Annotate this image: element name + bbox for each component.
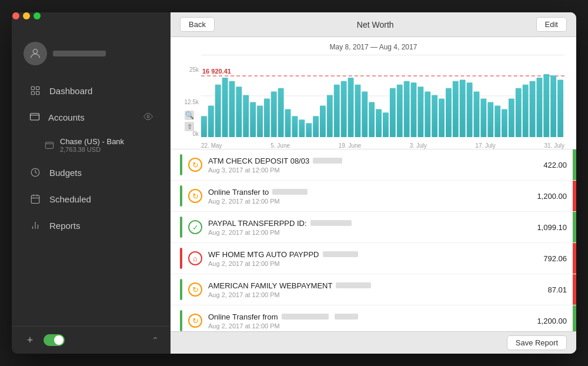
tx-date: Aug 2, 2017 at 12:00 PM xyxy=(208,260,537,267)
table-row[interactable]: ↻ ATM CHECK DEPOSIT 08/03 Aug 3, 2017 at… xyxy=(171,149,576,181)
table-row[interactable]: ✓ PAYPAL TRANSFERPPD ID: Aug 2, 2017 at … xyxy=(171,212,576,243)
sidebar-item-reports[interactable]: Reports xyxy=(16,212,166,238)
svg-rect-23 xyxy=(236,86,242,137)
tx-amount: 1,200.00 xyxy=(537,317,567,325)
eye-icon[interactable] xyxy=(143,112,153,123)
svg-rect-52 xyxy=(439,99,445,138)
sidebar-item-dashboard[interactable]: Dashboard xyxy=(16,78,166,104)
toolbar-title: Net Worth xyxy=(357,20,394,29)
tx-left-indicator xyxy=(180,248,182,269)
redacted-text xyxy=(313,158,342,164)
y-axis-25k: 25k xyxy=(182,66,199,73)
svg-rect-50 xyxy=(425,92,430,137)
table-row[interactable]: ↻ Online Transfer to Aug 2, 2017 at 12:0… xyxy=(171,181,576,212)
tx-amount: 792.06 xyxy=(543,254,567,263)
tx-title-text: WF HOME MTG AUTO PAYPPD xyxy=(208,250,319,259)
scheduled-icon xyxy=(29,193,41,205)
sidebar-item-label: Scheduled xyxy=(49,194,91,204)
svg-rect-56 xyxy=(467,82,473,137)
tx-left-indicator xyxy=(180,185,182,207)
tx-title: Online Transfer to xyxy=(208,188,531,197)
main-content: Back Net Worth Edit May 8, 2017 — Aug 4,… xyxy=(171,12,576,354)
edit-button[interactable]: Edit xyxy=(536,17,567,32)
minimize-button[interactable] xyxy=(23,12,30,19)
tx-title-text: Online Transfer from xyxy=(208,312,278,321)
sidebar-item-accounts[interactable]: Accounts xyxy=(16,104,166,131)
close-button[interactable] xyxy=(12,12,19,19)
svg-rect-11 xyxy=(31,195,39,204)
sidebar-item-budgets[interactable]: Budgets xyxy=(16,159,166,185)
sidebar-item-label: Dashboard xyxy=(49,86,92,96)
tx-date: Aug 2, 2017 at 12:00 PM xyxy=(208,322,531,330)
svg-rect-19 xyxy=(208,105,214,137)
toggle-switch[interactable] xyxy=(44,334,65,346)
tx-right-indicator xyxy=(573,305,576,331)
svg-point-0 xyxy=(33,49,37,54)
tx-right-indicator xyxy=(573,181,576,211)
maximize-button[interactable] xyxy=(34,12,41,19)
transactions-list[interactable]: ↻ ATM CHECK DEPOSIT 08/03 Aug 3, 2017 at… xyxy=(171,149,576,331)
account-name: Chase (US) - Bank xyxy=(60,137,124,146)
table-row[interactable]: ↻ Online Transfer from Aug 2, 2017 at 12… xyxy=(171,305,576,331)
y-axis-125k: 12.5k xyxy=(182,99,199,105)
save-report-bar: Save Report xyxy=(171,331,576,354)
profile-name-redacted xyxy=(53,51,106,56)
svg-rect-69 xyxy=(557,79,563,137)
svg-rect-61 xyxy=(502,109,507,137)
tx-info: Online Transfer to Aug 2, 2017 at 12:00 … xyxy=(208,188,531,205)
svg-rect-53 xyxy=(446,88,452,137)
sidebar-item-label: Reports xyxy=(49,221,81,231)
sidebar-nav: Dashboard Accounts Ch xyxy=(12,77,171,326)
accounts-sub: Chase (US) - Bank 2,763.38 USD xyxy=(12,131,171,159)
tx-left-indicator xyxy=(180,217,182,238)
chevron-up-icon[interactable]: ⌃ xyxy=(152,335,159,345)
account-chase[interactable]: Chase (US) - Bank 2,763.38 USD xyxy=(12,134,171,157)
svg-rect-57 xyxy=(474,92,480,137)
sidebar-bottom-left: + xyxy=(24,334,65,347)
svg-rect-67 xyxy=(543,74,549,137)
tx-left-indicator xyxy=(180,279,182,300)
tx-right-indicator xyxy=(573,149,576,180)
table-row[interactable]: ↻ AMERICAN FAMILY WEBPAYMENT Aug 2, 2017… xyxy=(171,274,576,305)
tx-title: AMERICAN FAMILY WEBPAYMENT xyxy=(208,281,542,290)
budgets-icon xyxy=(29,167,41,178)
add-button[interactable]: + xyxy=(24,334,36,347)
svg-rect-2 xyxy=(36,86,39,89)
svg-rect-46 xyxy=(397,85,403,137)
svg-rect-32 xyxy=(299,119,305,137)
svg-rect-35 xyxy=(320,105,326,137)
tx-title-text: Online Transfer to xyxy=(208,188,269,197)
zoom-in-button[interactable]: 🔍 xyxy=(185,111,194,120)
svg-rect-64 xyxy=(523,85,529,137)
svg-rect-62 xyxy=(509,99,514,138)
svg-rect-66 xyxy=(537,78,543,137)
sidebar-item-scheduled[interactable]: Scheduled xyxy=(16,186,166,212)
svg-rect-68 xyxy=(550,75,556,137)
svg-rect-42 xyxy=(369,102,375,138)
save-report-button[interactable]: Save Report xyxy=(507,335,567,350)
back-button[interactable]: Back xyxy=(180,17,215,32)
account-balance: 2,763.38 USD xyxy=(60,146,124,153)
avatar xyxy=(24,42,47,65)
redacted-text xyxy=(272,189,308,195)
tx-info: PAYPAL TRANSFERPPD ID: Aug 2, 2017 at 12… xyxy=(208,219,531,236)
tx-title-text: PAYPAL TRANSFERPPD ID: xyxy=(208,219,307,228)
svg-rect-37 xyxy=(334,85,340,137)
table-row[interactable]: ⌂ WF HOME MTG AUTO PAYPPD Aug 2, 2017 at… xyxy=(171,243,576,274)
svg-rect-31 xyxy=(292,116,298,137)
svg-rect-60 xyxy=(495,105,500,137)
reports-icon xyxy=(29,219,41,231)
redacted-text xyxy=(282,314,329,320)
pointer-tool-button[interactable]: ⇧ xyxy=(185,122,194,131)
tx-amount: 1,099.10 xyxy=(537,223,567,232)
svg-rect-27 xyxy=(264,99,270,138)
svg-rect-48 xyxy=(411,82,417,137)
tx-status-icon: ↻ xyxy=(188,282,202,297)
svg-rect-49 xyxy=(417,86,423,137)
dashboard-icon xyxy=(29,85,41,97)
tx-right-indicator xyxy=(573,243,576,274)
redacted-text xyxy=(310,220,352,226)
tx-title-text: ATM CHECK DEPOSIT 08/03 xyxy=(208,157,309,165)
tx-info: WF HOME MTG AUTO PAYPPD Aug 2, 2017 at 1… xyxy=(208,250,537,267)
x-label-3: 19. June xyxy=(339,142,361,149)
